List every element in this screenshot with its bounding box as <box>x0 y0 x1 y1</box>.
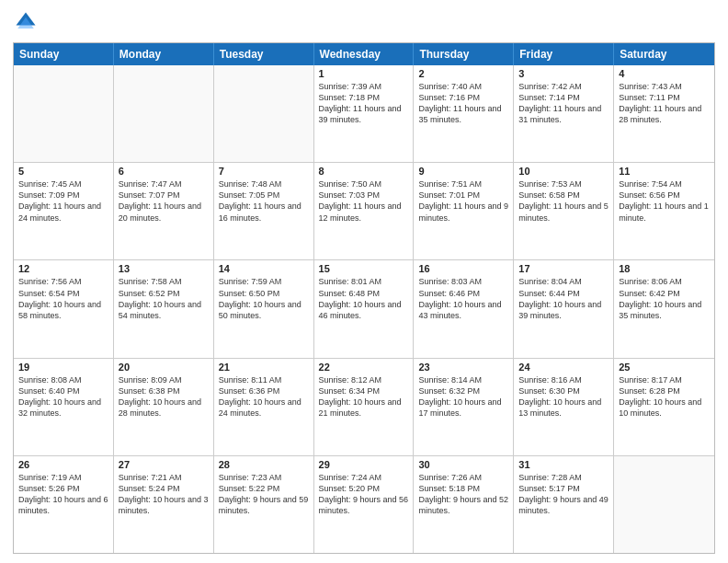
day-info: Sunrise: 7:40 AM Sunset: 7:16 PM Dayligh… <box>418 81 508 126</box>
calendar-week-4: 19Sunrise: 8:08 AM Sunset: 6:40 PM Dayli… <box>14 359 714 456</box>
day-cell-16: 16Sunrise: 8:03 AM Sunset: 6:46 PM Dayli… <box>414 260 514 357</box>
day-info: Sunrise: 8:04 AM Sunset: 6:44 PM Dayligh… <box>518 276 609 321</box>
day-number: 20 <box>119 362 209 373</box>
weekday-header-monday: Monday <box>114 43 214 65</box>
day-number: 11 <box>619 166 710 177</box>
empty-cell <box>14 65 114 162</box>
weekday-header-wednesday: Wednesday <box>314 43 415 65</box>
weekday-header-friday: Friday <box>514 43 614 65</box>
day-number: 22 <box>319 362 409 373</box>
day-info: Sunrise: 7:43 AM Sunset: 7:11 PM Dayligh… <box>619 81 710 126</box>
day-info: Sunrise: 7:45 AM Sunset: 7:09 PM Dayligh… <box>18 178 108 224</box>
day-number: 7 <box>219 166 309 177</box>
day-info: Sunrise: 7:21 AM Sunset: 5:24 PM Dayligh… <box>119 472 209 517</box>
day-cell-8: 8Sunrise: 7:50 AM Sunset: 7:03 PM Daylig… <box>314 163 415 259</box>
day-number: 1 <box>319 68 409 79</box>
day-info: Sunrise: 7:50 AM Sunset: 7:03 PM Dayligh… <box>319 178 409 224</box>
empty-cell <box>114 65 214 162</box>
day-number: 28 <box>219 459 309 470</box>
day-number: 18 <box>619 263 710 274</box>
day-info: Sunrise: 7:42 AM Sunset: 7:14 PM Dayligh… <box>518 81 609 126</box>
day-cell-27: 27Sunrise: 7:21 AM Sunset: 5:24 PM Dayli… <box>114 456 214 553</box>
day-info: Sunrise: 8:17 AM Sunset: 6:28 PM Dayligh… <box>619 374 710 419</box>
header <box>13 9 715 35</box>
calendar-week-5: 26Sunrise: 7:19 AM Sunset: 5:26 PM Dayli… <box>14 456 714 553</box>
day-number: 25 <box>619 362 710 373</box>
day-cell-17: 17Sunrise: 8:04 AM Sunset: 6:44 PM Dayli… <box>514 260 614 357</box>
day-info: Sunrise: 8:16 AM Sunset: 6:30 PM Dayligh… <box>518 374 609 419</box>
day-info: Sunrise: 7:48 AM Sunset: 7:05 PM Dayligh… <box>219 178 309 224</box>
day-info: Sunrise: 7:28 AM Sunset: 5:17 PM Dayligh… <box>518 472 609 517</box>
page-container: SundayMondayTuesdayWednesdayThursdayFrid… <box>0 0 728 563</box>
day-info: Sunrise: 8:06 AM Sunset: 6:42 PM Dayligh… <box>619 276 710 321</box>
calendar-week-2: 5Sunrise: 7:45 AM Sunset: 7:09 PM Daylig… <box>14 163 714 260</box>
day-cell-15: 15Sunrise: 8:01 AM Sunset: 6:48 PM Dayli… <box>314 260 415 357</box>
day-cell-29: 29Sunrise: 7:24 AM Sunset: 5:20 PM Dayli… <box>314 456 415 553</box>
day-cell-10: 10Sunrise: 7:53 AM Sunset: 6:58 PM Dayli… <box>514 163 614 259</box>
calendar-week-1: 1Sunrise: 7:39 AM Sunset: 7:18 PM Daylig… <box>14 65 714 163</box>
day-number: 10 <box>518 166 609 177</box>
day-number: 14 <box>219 263 309 274</box>
weekday-header-thursday: Thursday <box>414 43 514 65</box>
calendar: SundayMondayTuesdayWednesdayThursdayFrid… <box>13 42 715 554</box>
day-number: 23 <box>418 362 508 373</box>
day-number: 31 <box>518 459 609 470</box>
day-info: Sunrise: 7:26 AM Sunset: 5:18 PM Dayligh… <box>418 472 508 517</box>
calendar-week-3: 12Sunrise: 7:56 AM Sunset: 6:54 PM Dayli… <box>14 260 714 358</box>
day-cell-2: 2Sunrise: 7:40 AM Sunset: 7:16 PM Daylig… <box>414 65 514 162</box>
day-info: Sunrise: 7:51 AM Sunset: 7:01 PM Dayligh… <box>418 178 508 224</box>
day-number: 17 <box>518 263 609 274</box>
day-cell-1: 1Sunrise: 7:39 AM Sunset: 7:18 PM Daylig… <box>314 65 415 162</box>
day-number: 27 <box>119 459 209 470</box>
day-number: 5 <box>18 166 108 177</box>
day-cell-6: 6Sunrise: 7:47 AM Sunset: 7:07 PM Daylig… <box>114 163 214 259</box>
day-cell-7: 7Sunrise: 7:48 AM Sunset: 7:05 PM Daylig… <box>214 163 314 259</box>
day-number: 21 <box>219 362 309 373</box>
day-cell-5: 5Sunrise: 7:45 AM Sunset: 7:09 PM Daylig… <box>14 163 114 259</box>
day-info: Sunrise: 7:59 AM Sunset: 6:50 PM Dayligh… <box>219 276 309 321</box>
day-number: 15 <box>319 263 409 274</box>
day-cell-31: 31Sunrise: 7:28 AM Sunset: 5:17 PM Dayli… <box>514 456 614 553</box>
day-number: 13 <box>119 263 209 274</box>
day-number: 19 <box>18 362 108 373</box>
day-cell-25: 25Sunrise: 8:17 AM Sunset: 6:28 PM Dayli… <box>614 359 714 455</box>
day-cell-4: 4Sunrise: 7:43 AM Sunset: 7:11 PM Daylig… <box>614 65 714 162</box>
day-cell-23: 23Sunrise: 8:14 AM Sunset: 6:32 PM Dayli… <box>414 359 514 455</box>
day-info: Sunrise: 7:53 AM Sunset: 6:58 PM Dayligh… <box>518 178 609 224</box>
logo-icon <box>13 9 39 35</box>
empty-cell <box>614 456 714 553</box>
day-cell-11: 11Sunrise: 7:54 AM Sunset: 6:56 PM Dayli… <box>614 163 714 259</box>
day-info: Sunrise: 7:39 AM Sunset: 7:18 PM Dayligh… <box>319 81 409 126</box>
day-number: 3 <box>518 68 609 79</box>
day-info: Sunrise: 8:11 AM Sunset: 6:36 PM Dayligh… <box>219 374 309 419</box>
day-cell-22: 22Sunrise: 8:12 AM Sunset: 6:34 PM Dayli… <box>314 359 415 455</box>
day-number: 8 <box>319 166 409 177</box>
day-info: Sunrise: 7:54 AM Sunset: 6:56 PM Dayligh… <box>619 178 710 224</box>
weekday-header-sunday: Sunday <box>14 43 114 65</box>
day-info: Sunrise: 8:09 AM Sunset: 6:38 PM Dayligh… <box>119 374 209 419</box>
day-info: Sunrise: 7:19 AM Sunset: 5:26 PM Dayligh… <box>18 472 108 517</box>
day-info: Sunrise: 7:23 AM Sunset: 5:22 PM Dayligh… <box>219 472 309 517</box>
day-number: 16 <box>418 263 508 274</box>
calendar-body: 1Sunrise: 7:39 AM Sunset: 7:18 PM Daylig… <box>14 65 714 553</box>
day-cell-24: 24Sunrise: 8:16 AM Sunset: 6:30 PM Dayli… <box>514 359 614 455</box>
day-info: Sunrise: 8:08 AM Sunset: 6:40 PM Dayligh… <box>18 374 108 419</box>
day-number: 6 <box>119 166 209 177</box>
calendar-header-row: SundayMondayTuesdayWednesdayThursdayFrid… <box>14 43 714 65</box>
day-cell-13: 13Sunrise: 7:58 AM Sunset: 6:52 PM Dayli… <box>114 260 214 357</box>
day-number: 9 <box>418 166 508 177</box>
day-info: Sunrise: 7:47 AM Sunset: 7:07 PM Dayligh… <box>119 178 209 224</box>
day-cell-20: 20Sunrise: 8:09 AM Sunset: 6:38 PM Dayli… <box>114 359 214 455</box>
day-number: 26 <box>18 459 108 470</box>
day-cell-18: 18Sunrise: 8:06 AM Sunset: 6:42 PM Dayli… <box>614 260 714 357</box>
day-info: Sunrise: 8:14 AM Sunset: 6:32 PM Dayligh… <box>418 374 508 419</box>
day-info: Sunrise: 7:58 AM Sunset: 6:52 PM Dayligh… <box>119 276 209 321</box>
day-number: 29 <box>319 459 409 470</box>
day-number: 12 <box>18 263 108 274</box>
weekday-header-tuesday: Tuesday <box>214 43 314 65</box>
day-cell-19: 19Sunrise: 8:08 AM Sunset: 6:40 PM Dayli… <box>14 359 114 455</box>
day-number: 4 <box>619 68 710 79</box>
day-cell-21: 21Sunrise: 8:11 AM Sunset: 6:36 PM Dayli… <box>214 359 314 455</box>
day-cell-30: 30Sunrise: 7:26 AM Sunset: 5:18 PM Dayli… <box>414 456 514 553</box>
day-info: Sunrise: 8:03 AM Sunset: 6:46 PM Dayligh… <box>418 276 508 321</box>
